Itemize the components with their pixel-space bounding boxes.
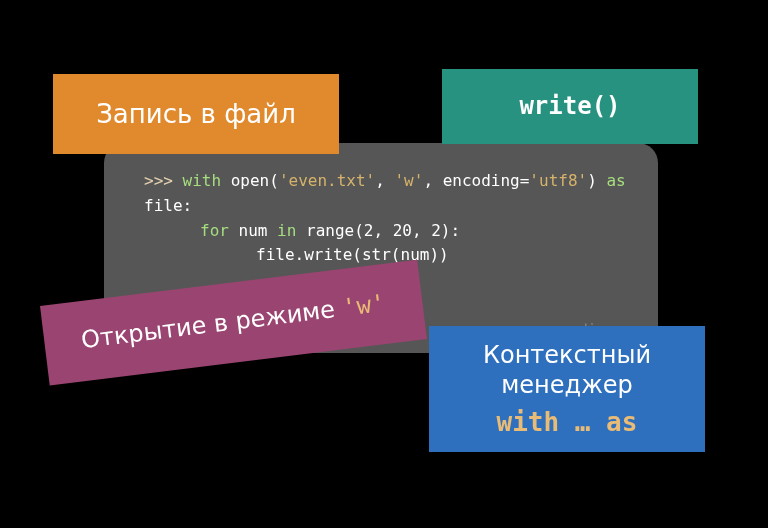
comma-1: ,	[375, 171, 394, 190]
paren-open: (	[269, 171, 279, 190]
str-filename: 'even.txt'	[279, 171, 375, 190]
keyword-for: for	[200, 221, 229, 240]
kw-encoding: encoding=	[443, 171, 530, 190]
stmt-write: file.write(str(num))	[256, 245, 449, 264]
code-line-1b: file:	[144, 194, 630, 219]
str-mode: 'w'	[394, 171, 423, 190]
var-num: num	[239, 221, 268, 240]
keyword-as: as	[606, 171, 625, 190]
badge-plum-prefix: Открытие в режиме	[80, 294, 344, 354]
paren-close: )	[587, 171, 597, 190]
fn-open: open	[231, 171, 270, 190]
badge-write-to-file: Запись в файл	[53, 74, 339, 154]
range-args: (2, 20, 2):	[354, 221, 460, 240]
code-line-1: >>> with open('even.txt', 'w', encoding=…	[144, 169, 630, 194]
str-encoding: 'utf8'	[529, 171, 587, 190]
repl-prompt: >>>	[144, 171, 173, 190]
badge-blue-line1: Контекстный	[429, 340, 705, 370]
badge-blue-line2: менеджер	[429, 370, 705, 400]
badge-teal-label: write()	[519, 92, 620, 120]
code-line-2: for num in range(2, 20, 2):	[144, 219, 630, 244]
var-file: file:	[144, 196, 192, 215]
keyword-in: in	[277, 221, 296, 240]
keyword-with: with	[183, 171, 222, 190]
fn-range: range	[306, 221, 354, 240]
badge-plum-quote-close: '	[369, 289, 387, 319]
comma-2: ,	[423, 171, 442, 190]
badge-context-manager: Контекстный менеджер with … as	[429, 326, 705, 452]
badge-write-fn: write()	[442, 69, 698, 144]
badge-orange-label: Запись в файл	[96, 99, 296, 129]
badge-blue-mono: with … as	[429, 406, 705, 439]
